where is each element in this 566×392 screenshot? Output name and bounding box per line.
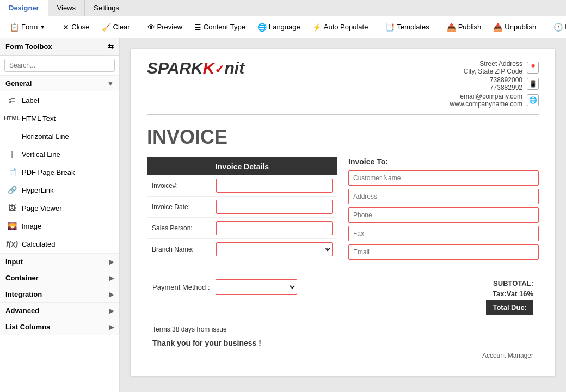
payment-section: Payment Method : SUBTOTAL: Tax:Vat 16% T… bbox=[147, 279, 539, 315]
company-contact: email@company.com www.companyname.com bbox=[450, 93, 522, 108]
details-table: Invoice Details Invoice#: Invoice Date: … bbox=[147, 157, 337, 260]
address-input[interactable] bbox=[348, 189, 539, 204]
email-input[interactable] bbox=[348, 244, 539, 260]
totals-section: SUBTOTAL: Tax:Vat 16% Total Due: bbox=[486, 279, 533, 315]
sidebar-item-horizontal-line[interactable]: — Horizontal Line bbox=[0, 127, 119, 145]
logo-area: SPARKK✓nit bbox=[147, 60, 244, 76]
sales-person-input[interactable] bbox=[216, 221, 333, 235]
main-layout: Form Toolbox ⇆ General ▼ 🏷 Label HTML HT… bbox=[0, 38, 566, 392]
form-toolbox: Form Toolbox ⇆ General ▼ 🏷 Label HTML HT… bbox=[0, 38, 120, 392]
account-manager-section: Account Manager bbox=[147, 352, 539, 359]
payment-select-wrapper bbox=[216, 279, 297, 295]
payment-left: Payment Method : bbox=[152, 279, 297, 295]
section-list-columns-header[interactable]: List Columns ▶ bbox=[0, 319, 119, 335]
sales-person-row: Sales Person: bbox=[147, 218, 337, 239]
terms-section: Terms:38 days from issue bbox=[147, 326, 539, 333]
hyperlink-icon: 🔗 bbox=[7, 185, 17, 195]
company-phone-row: 738892000 773882992 📱 bbox=[450, 76, 539, 91]
clear-icon: 🧹 bbox=[102, 23, 111, 32]
pdf-page-break-icon: 📄 bbox=[7, 167, 17, 177]
templates-icon: 📑 bbox=[385, 23, 395, 32]
input-chevron-icon: ▶ bbox=[109, 258, 114, 266]
templates-button[interactable]: 📑 Templates bbox=[380, 21, 434, 34]
section-advanced-header[interactable]: Advanced ▶ bbox=[0, 303, 119, 318]
phone-icon: 📱 bbox=[527, 78, 539, 90]
clear-button[interactable]: 🧹 Clear bbox=[96, 21, 136, 34]
invoice-date-row: Invoice Date: bbox=[147, 197, 337, 218]
details-table-header: Invoice Details bbox=[147, 158, 337, 175]
thankyou-section: Thank you for your business ! bbox=[147, 339, 539, 347]
company-info: Street Address City, State ZIP Code 📍 73… bbox=[450, 60, 539, 109]
logo-nit-text: nit bbox=[224, 59, 244, 77]
invoice-number-input[interactable] bbox=[216, 179, 333, 193]
company-phones: 738892000 773882992 bbox=[490, 76, 522, 91]
calculated-icon: f(x) bbox=[7, 238, 17, 249]
total-due-row: Total Due: bbox=[486, 300, 533, 315]
form-dropdown-icon: ▼ bbox=[40, 24, 45, 30]
tab-settings[interactable]: Settings bbox=[85, 0, 128, 16]
section-container: Container ▶ bbox=[0, 270, 119, 286]
tab-views[interactable]: Views bbox=[48, 0, 85, 16]
language-button[interactable]: 🌐 Language bbox=[252, 21, 306, 34]
toolbox-header: Form Toolbox ⇆ bbox=[0, 38, 119, 56]
html-text-icon: HTML bbox=[7, 113, 17, 124]
logo-checkmark: ✓ bbox=[214, 63, 224, 76]
close-button[interactable]: ✕ Close bbox=[57, 21, 95, 34]
general-chevron-icon: ▼ bbox=[107, 80, 114, 88]
branch-name-label: Branch Name: bbox=[152, 246, 212, 253]
preview-button[interactable]: 👁 Preview bbox=[142, 21, 188, 34]
company-address-row: Street Address City, State ZIP Code 📍 bbox=[450, 60, 539, 75]
terms-text: Terms:38 days from issue bbox=[152, 326, 227, 333]
invoice-number-label: Invoice#: bbox=[152, 182, 212, 189]
auto-populate-button[interactable]: ⚡ Auto Populate bbox=[307, 21, 374, 34]
address-icon: 📍 bbox=[527, 62, 539, 74]
section-input-header[interactable]: Input ▶ bbox=[0, 254, 119, 270]
branch-name-select[interactable] bbox=[216, 242, 333, 256]
sidebar-item-page-viewer[interactable]: 🖼 Page Viewer bbox=[0, 199, 119, 217]
customer-name-input[interactable] bbox=[348, 170, 539, 186]
unpublish-button[interactable]: 📥 Unpublish bbox=[488, 21, 542, 34]
section-general-header[interactable]: General ▼ bbox=[0, 76, 119, 91]
close-icon: ✕ bbox=[63, 23, 69, 32]
content-type-button[interactable]: ☰ Content Type bbox=[189, 21, 251, 34]
publish-icon: 📤 bbox=[447, 23, 456, 32]
search-area bbox=[0, 56, 119, 76]
form-icon: 📋 bbox=[10, 23, 19, 32]
toolbox-collapse-icon[interactable]: ⇆ bbox=[108, 42, 114, 51]
content-area: SPARKK✓nit Street Address City, State ZI… bbox=[120, 38, 566, 392]
invoice-date-input[interactable] bbox=[216, 200, 333, 214]
fax-input[interactable] bbox=[348, 226, 539, 241]
sidebar-item-label[interactable]: 🏷 Label bbox=[0, 91, 119, 109]
list-columns-chevron-icon: ▶ bbox=[109, 323, 114, 331]
invoice-body: Invoice Details Invoice#: Invoice Date: … bbox=[147, 157, 539, 263]
section-input: Input ▶ bbox=[0, 254, 119, 270]
section-integration-header[interactable]: Integration ▶ bbox=[0, 286, 119, 302]
invoice-number-row: Invoice#: bbox=[147, 175, 337, 197]
sidebar-item-calculated[interactable]: f(x) Calculated bbox=[0, 235, 119, 253]
payment-method-label: Payment Method : bbox=[152, 283, 210, 291]
section-container-header[interactable]: Container ▶ bbox=[0, 270, 119, 286]
sidebar-item-pdf-page-break[interactable]: 📄 PDF Page Break bbox=[0, 163, 119, 181]
sidebar-item-vertical-line[interactable]: | Vertical Line bbox=[0, 145, 119, 163]
account-manager-text: Account Manager bbox=[482, 352, 533, 359]
image-icon: 🌄 bbox=[7, 220, 17, 231]
sidebar-item-image[interactable]: 🌄 Image bbox=[0, 217, 119, 235]
tab-designer[interactable]: Designer bbox=[0, 0, 48, 16]
logo-spark-text: SPARK bbox=[147, 59, 203, 77]
history-button[interactable]: 🕐 History bbox=[548, 21, 566, 34]
search-input[interactable] bbox=[4, 59, 115, 72]
payment-method-select[interactable] bbox=[216, 279, 297, 295]
container-chevron-icon: ▶ bbox=[109, 274, 114, 282]
form-button[interactable]: 📋 Form ▼ bbox=[4, 21, 51, 34]
integration-chevron-icon: ▶ bbox=[109, 291, 114, 298]
invoice-details-section: Invoice Details Invoice#: Invoice Date: … bbox=[147, 157, 337, 263]
phone-input[interactable] bbox=[348, 207, 539, 223]
sidebar-item-html-text[interactable]: HTML HTML Text bbox=[0, 109, 119, 127]
preview-icon: 👁 bbox=[147, 23, 155, 32]
sales-person-label: Sales Person: bbox=[152, 224, 212, 232]
branch-name-select-wrapper bbox=[216, 242, 333, 256]
content-type-icon: ☰ bbox=[194, 23, 201, 32]
advanced-chevron-icon: ▶ bbox=[109, 307, 114, 315]
publish-button[interactable]: 📤 Publish bbox=[441, 21, 487, 34]
sidebar-item-hyperlink[interactable]: 🔗 HyperLink bbox=[0, 181, 119, 199]
